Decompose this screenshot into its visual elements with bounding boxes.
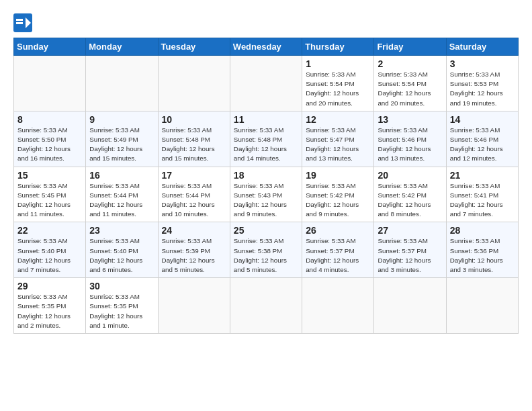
- day-detail: Sunrise: 5:33 AMSunset: 5:46 PMDaylight:…: [450, 126, 515, 164]
- calendar-cell: 13Sunrise: 5:33 AMSunset: 5:46 PMDayligh…: [374, 111, 446, 167]
- day-number: 26: [306, 225, 371, 236]
- calendar-cell: [446, 278, 518, 334]
- calendar-cell: [86, 56, 158, 111]
- day-detail: Sunrise: 5:33 AMSunset: 5:48 PMDaylight:…: [162, 126, 227, 164]
- calendar-page: SundayMondayTuesdayWednesdayThursdayFrid…: [0, 0, 532, 411]
- calendar-cell: 11Sunrise: 5:33 AMSunset: 5:48 PMDayligh…: [230, 111, 302, 167]
- day-detail: Sunrise: 5:33 AMSunset: 5:49 PMDaylight:…: [89, 126, 154, 164]
- calendar-cell: [14, 56, 86, 111]
- calendar-cell: 16Sunrise: 5:33 AMSunset: 5:44 PMDayligh…: [86, 167, 158, 222]
- day-number: 16: [89, 170, 154, 181]
- calendar-cell: 8Sunrise: 5:33 AMSunset: 5:50 PMDaylight…: [14, 111, 86, 167]
- day-detail: Sunrise: 5:33 AMSunset: 5:54 PMDaylight:…: [306, 70, 371, 108]
- day-number: 27: [378, 225, 443, 236]
- calendar-week-1: 1Sunrise: 5:33 AMSunset: 5:54 PMDaylight…: [14, 56, 519, 111]
- header: [13, 11, 519, 32]
- day-detail: Sunrise: 5:33 AMSunset: 5:38 PMDaylight:…: [234, 236, 299, 275]
- day-number: 19: [306, 170, 371, 181]
- calendar-cell: 30Sunrise: 5:33 AMSunset: 5:35 PMDayligh…: [86, 278, 158, 334]
- calendar-cell: 3Sunrise: 5:33 AMSunset: 5:53 PMDaylight…: [446, 56, 518, 111]
- day-number: 23: [89, 225, 154, 236]
- day-detail: Sunrise: 5:33 AMSunset: 5:47 PMDaylight:…: [306, 126, 371, 164]
- calendar-cell: 18Sunrise: 5:33 AMSunset: 5:43 PMDayligh…: [230, 167, 302, 222]
- logo-icon: [13, 13, 32, 32]
- calendar-cell: 28Sunrise: 5:33 AMSunset: 5:36 PMDayligh…: [446, 222, 518, 278]
- day-number: 13: [378, 114, 443, 125]
- calendar-cell: 1Sunrise: 5:33 AMSunset: 5:54 PMDaylight…: [302, 56, 374, 111]
- calendar-cell: 15Sunrise: 5:33 AMSunset: 5:45 PMDayligh…: [14, 167, 86, 222]
- day-detail: Sunrise: 5:33 AMSunset: 5:50 PMDaylight:…: [17, 126, 83, 164]
- day-detail: Sunrise: 5:33 AMSunset: 5:40 PMDaylight:…: [89, 236, 154, 275]
- day-number: 20: [378, 170, 443, 181]
- calendar-header-tuesday: Tuesday: [158, 38, 230, 56]
- day-detail: Sunrise: 5:33 AMSunset: 5:46 PMDaylight:…: [378, 126, 443, 164]
- calendar-week-4: 22Sunrise: 5:33 AMSunset: 5:40 PMDayligh…: [14, 222, 519, 278]
- calendar-header-thursday: Thursday: [302, 38, 374, 56]
- day-number: 22: [17, 225, 83, 236]
- day-number: 11: [234, 114, 299, 125]
- day-detail: Sunrise: 5:33 AMSunset: 5:41 PMDaylight:…: [450, 181, 515, 220]
- calendar-cell: 17Sunrise: 5:33 AMSunset: 5:44 PMDayligh…: [158, 167, 230, 222]
- calendar-cell: 2Sunrise: 5:33 AMSunset: 5:54 PMDaylight…: [374, 56, 446, 111]
- calendar-cell: 9Sunrise: 5:33 AMSunset: 5:49 PMDaylight…: [86, 111, 158, 167]
- day-number: 29: [17, 281, 83, 291]
- day-number: 3: [450, 58, 515, 69]
- calendar-header-sunday: Sunday: [14, 38, 86, 56]
- day-number: 10: [162, 114, 227, 125]
- calendar-header-wednesday: Wednesday: [230, 38, 302, 56]
- calendar-cell: 20Sunrise: 5:33 AMSunset: 5:42 PMDayligh…: [374, 167, 446, 222]
- day-number: 8: [17, 114, 83, 125]
- calendar-cell: 21Sunrise: 5:33 AMSunset: 5:41 PMDayligh…: [446, 167, 518, 222]
- day-detail: Sunrise: 5:33 AMSunset: 5:35 PMDaylight:…: [17, 292, 83, 330]
- day-number: 21: [450, 170, 515, 181]
- calendar-header-friday: Friday: [374, 38, 446, 56]
- day-number: 14: [450, 114, 515, 125]
- day-detail: Sunrise: 5:33 AMSunset: 5:44 PMDaylight:…: [89, 181, 154, 220]
- calendar-cell: 25Sunrise: 5:33 AMSunset: 5:38 PMDayligh…: [230, 222, 302, 278]
- svg-rect-3: [16, 22, 23, 24]
- logo: [13, 13, 35, 32]
- day-number: 25: [234, 225, 299, 236]
- day-number: 28: [450, 225, 515, 236]
- day-number: 12: [306, 114, 371, 125]
- calendar-cell: [302, 278, 374, 334]
- day-detail: Sunrise: 5:33 AMSunset: 5:44 PMDaylight:…: [162, 181, 227, 220]
- calendar-cell: 14Sunrise: 5:33 AMSunset: 5:46 PMDayligh…: [446, 111, 518, 167]
- calendar-header-monday: Monday: [86, 38, 158, 56]
- day-detail: Sunrise: 5:33 AMSunset: 5:43 PMDaylight:…: [234, 181, 299, 220]
- day-number: 1: [306, 58, 371, 69]
- calendar-table: SundayMondayTuesdayWednesdayThursdayFrid…: [13, 38, 519, 334]
- calendar-cell: 23Sunrise: 5:33 AMSunset: 5:40 PMDayligh…: [86, 222, 158, 278]
- calendar-cell: [158, 278, 230, 334]
- day-detail: Sunrise: 5:33 AMSunset: 5:36 PMDaylight:…: [450, 236, 515, 275]
- calendar-cell: [230, 56, 302, 111]
- calendar-cell: 19Sunrise: 5:33 AMSunset: 5:42 PMDayligh…: [302, 167, 374, 222]
- calendar-cell: [374, 278, 446, 334]
- day-detail: Sunrise: 5:33 AMSunset: 5:42 PMDaylight:…: [306, 181, 371, 220]
- day-number: 17: [162, 170, 227, 181]
- day-detail: Sunrise: 5:33 AMSunset: 5:53 PMDaylight:…: [450, 70, 515, 108]
- day-detail: Sunrise: 5:33 AMSunset: 5:35 PMDaylight:…: [89, 292, 154, 330]
- calendar-cell: 12Sunrise: 5:33 AMSunset: 5:47 PMDayligh…: [302, 111, 374, 167]
- day-detail: Sunrise: 5:33 AMSunset: 5:40 PMDaylight:…: [17, 236, 83, 275]
- calendar-cell: 22Sunrise: 5:33 AMSunset: 5:40 PMDayligh…: [14, 222, 86, 278]
- day-number: 18: [234, 170, 299, 181]
- calendar-cell: 24Sunrise: 5:33 AMSunset: 5:39 PMDayligh…: [158, 222, 230, 278]
- day-detail: Sunrise: 5:33 AMSunset: 5:37 PMDaylight:…: [306, 236, 371, 275]
- day-number: 15: [17, 170, 83, 181]
- calendar-cell: 10Sunrise: 5:33 AMSunset: 5:48 PMDayligh…: [158, 111, 230, 167]
- day-number: 30: [89, 281, 154, 291]
- day-detail: Sunrise: 5:33 AMSunset: 5:37 PMDaylight:…: [378, 236, 443, 275]
- day-detail: Sunrise: 5:33 AMSunset: 5:39 PMDaylight:…: [162, 236, 227, 275]
- calendar-cell: 29Sunrise: 5:33 AMSunset: 5:35 PMDayligh…: [14, 278, 86, 334]
- calendar-week-3: 15Sunrise: 5:33 AMSunset: 5:45 PMDayligh…: [14, 167, 519, 222]
- calendar-week-5: 29Sunrise: 5:33 AMSunset: 5:35 PMDayligh…: [14, 278, 519, 334]
- calendar-cell: 27Sunrise: 5:33 AMSunset: 5:37 PMDayligh…: [374, 222, 446, 278]
- calendar-week-2: 8Sunrise: 5:33 AMSunset: 5:50 PMDaylight…: [14, 111, 519, 167]
- calendar-cell: 26Sunrise: 5:33 AMSunset: 5:37 PMDayligh…: [302, 222, 374, 278]
- day-detail: Sunrise: 5:33 AMSunset: 5:54 PMDaylight:…: [378, 70, 443, 108]
- day-detail: Sunrise: 5:33 AMSunset: 5:45 PMDaylight:…: [17, 181, 83, 220]
- day-detail: Sunrise: 5:33 AMSunset: 5:42 PMDaylight:…: [378, 181, 443, 220]
- day-detail: Sunrise: 5:33 AMSunset: 5:48 PMDaylight:…: [234, 126, 299, 164]
- day-number: 2: [378, 58, 443, 69]
